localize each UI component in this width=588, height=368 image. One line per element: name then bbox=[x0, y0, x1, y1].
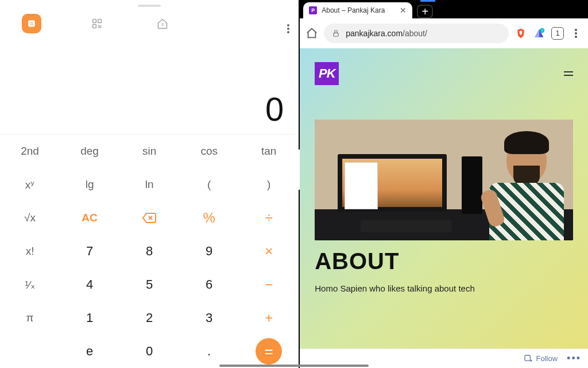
home-indicator[interactable] bbox=[219, 365, 369, 367]
svg-rect-4 bbox=[98, 20, 102, 23]
svg-point-20 bbox=[575, 32, 577, 34]
tab-strip: P About – Pankaj Kara ✕ + bbox=[300, 0, 588, 18]
svg-rect-14 bbox=[334, 33, 338, 36]
key-xy[interactable]: xʸ bbox=[0, 168, 60, 201]
close-tab-icon[interactable]: ✕ bbox=[400, 6, 407, 15]
tab-standard[interactable] bbox=[22, 14, 41, 33]
key-9[interactable]: 9 bbox=[179, 235, 239, 268]
svg-rect-3 bbox=[93, 20, 96, 23]
tab-title: About – Pankaj Kara bbox=[322, 6, 385, 14]
hero-image bbox=[315, 120, 573, 240]
key-7[interactable]: 7 bbox=[60, 235, 119, 268]
url-text: pankajkara.com/about/ bbox=[346, 29, 427, 38]
key-rparen[interactable]: ) bbox=[239, 168, 299, 201]
site-logo[interactable]: PK bbox=[315, 62, 339, 85]
key-divide[interactable]: ÷ bbox=[239, 201, 299, 235]
key-cos[interactable]: cos bbox=[179, 135, 239, 168]
key-sqrt[interactable]: √x bbox=[0, 201, 60, 235]
calc-overflow-menu[interactable] bbox=[287, 24, 289, 36]
calculator-app: $ 0 2nd deg sin cos tan xʸ lg ln ( ) √x … bbox=[0, 0, 300, 368]
key-minus[interactable]: − bbox=[239, 268, 299, 301]
calc-tabbar: $ bbox=[0, 8, 299, 38]
calc-keypad: 2nd deg sin cos tan xʸ lg ln ( ) √x AC %… bbox=[0, 135, 299, 368]
key-blank bbox=[0, 335, 60, 368]
site-menu-button[interactable] bbox=[564, 71, 573, 76]
follow-button[interactable]: Follow bbox=[524, 354, 558, 363]
url-bar[interactable]: pankajkara.com/about/ bbox=[324, 24, 509, 43]
svg-text:?: ? bbox=[541, 29, 543, 33]
svg-rect-0 bbox=[28, 20, 35, 27]
key-dot[interactable]: . bbox=[179, 335, 239, 368]
page-viewport[interactable]: PK ABOUT Homo Sapien who likes talking a… bbox=[300, 48, 588, 368]
home-button[interactable] bbox=[305, 27, 318, 40]
svg-point-19 bbox=[575, 29, 577, 31]
key-2[interactable]: 2 bbox=[119, 301, 179, 335]
brave-shields-icon[interactable] bbox=[514, 27, 527, 40]
key-lg[interactable]: lg bbox=[60, 168, 119, 201]
key-lparen[interactable]: ( bbox=[179, 168, 239, 201]
key-equals[interactable]: = bbox=[239, 335, 299, 368]
browser-tab[interactable]: P About – Pankaj Kara ✕ bbox=[303, 2, 412, 18]
key-1[interactable]: 1 bbox=[60, 301, 119, 335]
footer-more-button[interactable]: ••• bbox=[567, 352, 581, 365]
browser-app: P About – Pankaj Kara ✕ + pankajkara.com… bbox=[300, 0, 588, 368]
key-ln[interactable]: ln bbox=[119, 168, 179, 201]
key-deg[interactable]: deg bbox=[60, 135, 119, 168]
svg-rect-2 bbox=[30, 24, 34, 25]
key-plus[interactable]: + bbox=[239, 301, 299, 335]
svg-rect-1 bbox=[30, 22, 34, 23]
key-backspace[interactable] bbox=[119, 201, 179, 235]
svg-text:$: $ bbox=[161, 22, 164, 27]
key-pi[interactable]: π bbox=[0, 301, 60, 335]
svg-rect-5 bbox=[93, 25, 96, 28]
key-6[interactable]: 6 bbox=[179, 268, 239, 301]
tab-converter[interactable] bbox=[87, 14, 107, 33]
key-5[interactable]: 5 bbox=[119, 268, 179, 301]
key-0[interactable]: 0 bbox=[119, 335, 179, 368]
key-percent[interactable]: % bbox=[179, 201, 239, 235]
page-tagline: Homo Sapien who likes talking about tech bbox=[315, 283, 573, 293]
rewards-icon[interactable]: ? bbox=[533, 27, 546, 40]
favicon-icon: P bbox=[309, 6, 317, 14]
key-tan[interactable]: tan bbox=[239, 135, 299, 168]
tab-currency[interactable]: $ bbox=[153, 14, 172, 33]
follow-label: Follow bbox=[536, 354, 558, 363]
calc-display: 0 bbox=[0, 90, 299, 134]
tab-count-button[interactable]: 1 bbox=[551, 27, 564, 40]
key-ac[interactable]: AC bbox=[60, 201, 119, 235]
tab-accent bbox=[420, 0, 435, 2]
key-3[interactable]: 3 bbox=[179, 301, 239, 335]
page-heading: ABOUT bbox=[315, 248, 573, 274]
svg-point-11 bbox=[287, 31, 289, 33]
drag-handle[interactable] bbox=[138, 5, 161, 7]
key-8[interactable]: 8 bbox=[119, 235, 179, 268]
svg-point-10 bbox=[287, 28, 289, 30]
key-4[interactable]: 4 bbox=[60, 268, 119, 301]
svg-rect-22 bbox=[525, 355, 530, 361]
browser-overflow-menu[interactable] bbox=[570, 27, 582, 40]
key-multiply[interactable]: × bbox=[239, 235, 299, 268]
key-sin[interactable]: sin bbox=[119, 135, 179, 168]
svg-point-9 bbox=[287, 24, 289, 26]
key-2nd[interactable]: 2nd bbox=[0, 135, 60, 168]
site-header: PK bbox=[315, 62, 573, 85]
follow-icon bbox=[524, 354, 533, 363]
key-reciprocal[interactable]: ¹⁄ₓ bbox=[0, 268, 60, 301]
svg-point-21 bbox=[575, 36, 577, 38]
lock-icon bbox=[332, 29, 340, 37]
toolbar: pankajkara.com/about/ ? 1 bbox=[300, 18, 588, 48]
key-e[interactable]: e bbox=[60, 335, 119, 368]
key-factorial[interactable]: x! bbox=[0, 235, 60, 268]
new-tab-button[interactable]: + bbox=[417, 5, 433, 18]
svg-marker-16 bbox=[535, 29, 539, 37]
